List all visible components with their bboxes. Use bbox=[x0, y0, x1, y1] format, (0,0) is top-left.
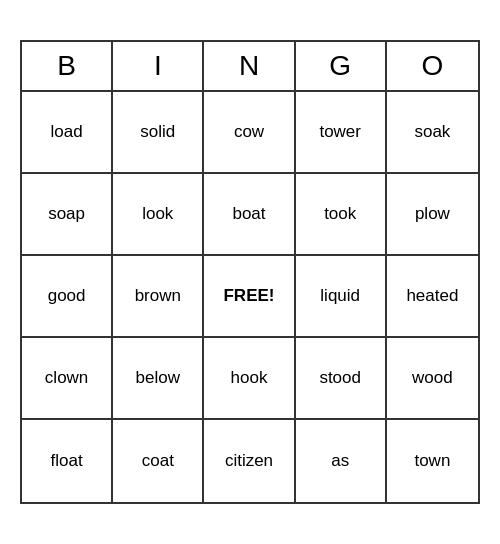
bingo-cell-7: boat bbox=[204, 174, 295, 256]
bingo-cell-9: plow bbox=[387, 174, 478, 256]
bingo-cell-10: good bbox=[22, 256, 113, 338]
bingo-cell-24: town bbox=[387, 420, 478, 502]
bingo-cell-18: stood bbox=[296, 338, 387, 420]
header-i: I bbox=[113, 42, 204, 90]
bingo-cell-5: soap bbox=[22, 174, 113, 256]
bingo-cell-20: float bbox=[22, 420, 113, 502]
bingo-cell-19: wood bbox=[387, 338, 478, 420]
bingo-body: loadsolidcowtowersoaksoaplookboattookplo… bbox=[22, 92, 478, 502]
bingo-cell-11: brown bbox=[113, 256, 204, 338]
bingo-cell-8: took bbox=[296, 174, 387, 256]
bingo-card: B I N G O loadsolidcowtowersoaksoaplookb… bbox=[20, 40, 480, 504]
header-n: N bbox=[204, 42, 295, 90]
bingo-cell-1: solid bbox=[113, 92, 204, 174]
bingo-cell-14: heated bbox=[387, 256, 478, 338]
bingo-cell-0: load bbox=[22, 92, 113, 174]
header-g: G bbox=[296, 42, 387, 90]
bingo-cell-21: coat bbox=[113, 420, 204, 502]
bingo-cell-15: clown bbox=[22, 338, 113, 420]
bingo-cell-3: tower bbox=[296, 92, 387, 174]
header-b: B bbox=[22, 42, 113, 90]
bingo-cell-12: FREE! bbox=[204, 256, 295, 338]
bingo-cell-16: below bbox=[113, 338, 204, 420]
bingo-cell-17: hook bbox=[204, 338, 295, 420]
bingo-cell-2: cow bbox=[204, 92, 295, 174]
bingo-cell-13: liquid bbox=[296, 256, 387, 338]
bingo-cell-23: as bbox=[296, 420, 387, 502]
bingo-header: B I N G O bbox=[22, 42, 478, 92]
header-o: O bbox=[387, 42, 478, 90]
bingo-cell-6: look bbox=[113, 174, 204, 256]
bingo-cell-22: citizen bbox=[204, 420, 295, 502]
bingo-cell-4: soak bbox=[387, 92, 478, 174]
